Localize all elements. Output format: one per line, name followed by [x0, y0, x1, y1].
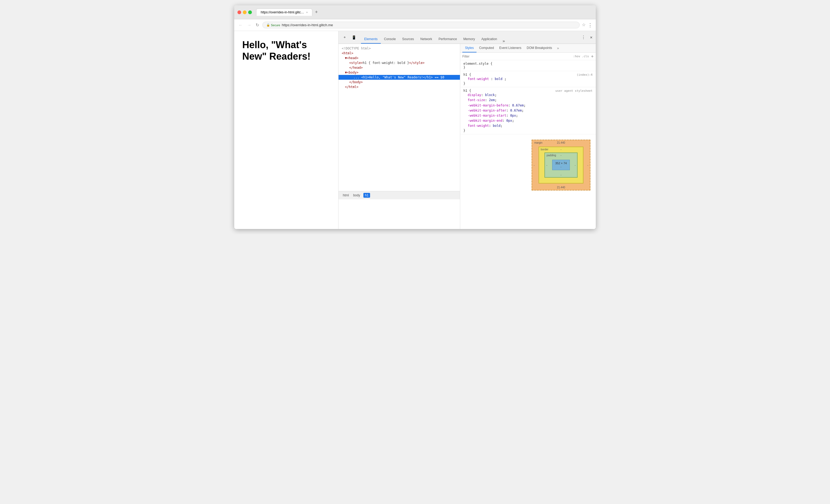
content-below-dash: -: [561, 165, 561, 168]
body-close-tag: </body>: [349, 80, 363, 84]
inspect-icon: ⌖: [344, 35, 346, 40]
css-ua-rule-margin-start: -webkit-margin-start: 0px;: [464, 113, 593, 118]
tab-styles[interactable]: Styles: [462, 44, 477, 53]
css-h1-source[interactable]: (index):4: [576, 73, 593, 76]
tab-application[interactable]: Application: [478, 35, 500, 43]
dom-line-html-close[interactable]: </html>: [339, 85, 460, 89]
close-button[interactable]: [237, 10, 241, 14]
css-val-margin-after: 0.67em: [510, 108, 522, 113]
dom-line-body-close[interactable]: </body>: [339, 80, 460, 85]
tab-console[interactable]: Console: [381, 35, 399, 43]
dom-line-head-close[interactable]: </head>: [339, 65, 460, 70]
styles-tabs: Styles Computed Event Listeners DOM Brea…: [460, 44, 596, 53]
filter-hov-button[interactable]: :hov: [573, 55, 580, 58]
css-semi-1: ;: [504, 77, 506, 81]
tab-close-button[interactable]: ×: [306, 11, 308, 14]
css-element-style-header: element.style {: [464, 62, 593, 66]
padding-box: padding - - - - 352 × 74 -: [544, 153, 578, 178]
add-style-button[interactable]: +: [591, 54, 594, 59]
css-val-display: block: [485, 93, 495, 97]
tab-computed-label: Computed: [479, 46, 494, 50]
browser-menu-icon[interactable]: ⋮: [588, 22, 593, 28]
dom-line-style[interactable]: <style>h1 { font-weight: bold }</style>: [339, 60, 460, 65]
devtools-icons: ⌖ 📱: [341, 34, 358, 41]
margin-left-value: -: [534, 163, 535, 166]
css-h1-ua-section: h1 { user agent stylesheet display: bloc…: [460, 87, 596, 134]
breadcrumb-h1[interactable]: h1: [363, 193, 370, 198]
doctype-text: <!DOCTYPE html>: [342, 46, 371, 50]
content-box: 352 × 74 -: [552, 160, 570, 170]
css-element-style-section: element.style { }: [460, 60, 596, 71]
refresh-button[interactable]: ↻: [255, 22, 260, 28]
browser-window: https://overrides-in-html.glitc… × + ← →…: [234, 5, 596, 229]
tab-computed[interactable]: Computed: [477, 44, 497, 53]
margin-right-value: -: [587, 163, 588, 166]
css-prop-fontweight: font-weight: [468, 124, 489, 128]
tab-sources-label: Sources: [402, 37, 414, 41]
dom-line-head[interactable]: ▼<head>: [339, 56, 460, 60]
filter-cls-button[interactable]: .cls: [582, 55, 589, 58]
minimize-button[interactable]: [243, 10, 247, 14]
css-prop-fontsize: font-size: [468, 98, 485, 102]
styles-more-button[interactable]: »: [554, 44, 561, 53]
devtools-panel: ⌖ 📱 Elements Console Sources: [339, 31, 596, 229]
devtools-close-button[interactable]: ×: [589, 34, 594, 41]
devtools-menu-button[interactable]: ⋮: [580, 34, 587, 41]
border-box: border - padding - - - -: [539, 147, 583, 184]
box-model-container: margin 21.440 21.440 - - border -: [460, 134, 596, 196]
styles-filter: :hov .cls +: [460, 53, 596, 60]
css-ua-rule-margin-before: -webkit-margin-before: 0.67em;: [464, 103, 593, 108]
new-tab-button[interactable]: +: [313, 9, 320, 15]
tab-performance-label: Performance: [439, 37, 457, 41]
margin-label: margin: [534, 141, 543, 144]
css-val-fontweight: bold: [493, 124, 501, 128]
page-heading: Hello, "What's New" Readers!: [242, 39, 330, 62]
tab-performance[interactable]: Performance: [435, 35, 460, 43]
tab-title: https://overrides-in-html.glitc…: [261, 10, 304, 14]
dom-line-html[interactable]: <html>: [339, 51, 460, 56]
address-bar: ← → ↻ 🔒 Secure https://overrides-in-html…: [234, 19, 596, 31]
tab-memory[interactable]: Memory: [460, 35, 478, 43]
browser-tab[interactable]: https://overrides-in-html.glitc… ×: [256, 8, 312, 16]
tab-dom-breakpoints[interactable]: DOM Breakpoints: [524, 44, 555, 53]
breadcrumb-html[interactable]: html: [342, 193, 350, 198]
css-ua-rule-display: display: block;: [464, 93, 593, 98]
inspect-element-button[interactable]: ⌖: [341, 34, 349, 41]
back-button[interactable]: ←: [237, 22, 244, 28]
devtools-body: <!DOCTYPE html> <html> ▼<head> <style>h1…: [339, 44, 596, 229]
margin-bottom-value: 21.440: [557, 186, 565, 189]
dom-ellipsis: ...: [353, 75, 361, 79]
main-area: Hello, "What's New" Readers! ⌖ 📱 Element…: [234, 31, 596, 229]
traffic-lights: [237, 10, 252, 14]
dom-line-doctype[interactable]: <!DOCTYPE html>: [339, 46, 460, 51]
style-tag-close: </style>: [409, 61, 425, 65]
padding-top-value: -: [560, 154, 562, 157]
margin-top-value: 21.440: [557, 141, 565, 144]
css-h1-header: h1 { (index):4: [464, 73, 593, 76]
tab-elements[interactable]: Elements: [361, 35, 381, 43]
devtools-tabs: Elements Console Sources Network Perform…: [361, 31, 580, 43]
dom-line-h1-selected[interactable]: ... <h1>Hello, "What's New" Readers!</h1…: [339, 75, 460, 80]
dom-line-body[interactable]: ▼<body>: [339, 70, 460, 75]
tab-sources[interactable]: Sources: [399, 35, 417, 43]
lock-icon: 🔒: [266, 23, 270, 27]
border-top-value: -: [560, 148, 562, 151]
css-h1-ua-header: h1 { user agent stylesheet: [464, 89, 593, 93]
styles-filter-input[interactable]: [462, 55, 571, 58]
breadcrumb-body[interactable]: body: [352, 193, 361, 198]
css-element-style-close: }: [464, 66, 465, 69]
style-tag-open: <style>: [349, 61, 363, 65]
maximize-button[interactable]: [248, 10, 252, 14]
body-tag: ▼<body>: [345, 71, 359, 74]
html-close-tag: </html>: [345, 85, 359, 89]
css-val-margin-start: 0px: [510, 114, 516, 118]
tab-network[interactable]: Network: [417, 35, 435, 43]
device-mode-button[interactable]: 📱: [350, 34, 358, 41]
forward-button[interactable]: →: [246, 22, 252, 28]
tab-bar: https://overrides-in-html.glitc… × +: [256, 8, 593, 16]
more-tabs-button[interactable]: »: [500, 38, 507, 43]
tab-event-listeners-label: Event Listeners: [499, 46, 521, 50]
tab-event-listeners[interactable]: Event Listeners: [497, 44, 524, 53]
bookmark-icon[interactable]: ☆: [582, 22, 585, 28]
url-bar[interactable]: 🔒 Secure https://overrides-in-html.glitc…: [262, 22, 580, 28]
